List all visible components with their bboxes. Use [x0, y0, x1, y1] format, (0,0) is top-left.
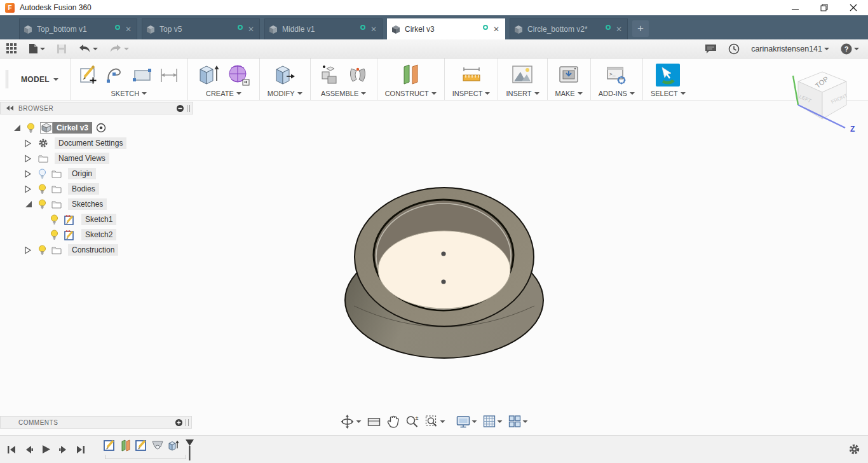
tree-row[interactable]: Construction	[0, 242, 193, 258]
comments-button[interactable]	[705, 44, 717, 53]
tree-label[interactable]: Origin	[68, 168, 96, 179]
doc-tab[interactable]: Top_bottom v1 ✕	[19, 18, 137, 39]
save-button[interactable]	[57, 44, 67, 54]
tree-row[interactable]: Sketch2	[0, 227, 193, 242]
ribbon-group-dropdown[interactable]: CONSTRUCT	[385, 90, 437, 97]
help-menu[interactable]: ?	[841, 43, 859, 55]
activate-radio-icon[interactable]	[96, 123, 106, 133]
redo-button[interactable]	[109, 44, 129, 53]
doc-tab[interactable]: Middle v1 ✕	[264, 18, 383, 39]
ribbon-group-dropdown[interactable]: INSERT	[506, 90, 539, 97]
measure-icon[interactable]	[459, 64, 484, 86]
zoom-button[interactable]: ±	[405, 415, 419, 429]
joint-icon[interactable]	[346, 64, 369, 86]
display-settings-button[interactable]	[456, 415, 477, 428]
tree-label[interactable]: Sketches	[68, 198, 107, 210]
visibility-bulb-on-icon[interactable]	[38, 199, 46, 210]
tree-row[interactable]: Origin	[0, 166, 193, 181]
app-grid-icon[interactable]	[6, 43, 17, 54]
sketch-feature-icon[interactable]	[135, 439, 148, 452]
expanded-arrow-icon[interactable]	[13, 124, 21, 132]
panel-resize-grip[interactable]	[186, 419, 189, 426]
press-pull-icon[interactable]	[273, 63, 297, 87]
expanded-arrow-icon[interactable]	[24, 200, 32, 209]
collapsed-arrow-icon[interactable]	[24, 170, 32, 178]
viewports-button[interactable]	[508, 415, 528, 428]
file-menu-button[interactable]	[29, 43, 45, 54]
tab-close-icon[interactable]: ✕	[247, 25, 255, 33]
ribbon-group-dropdown[interactable]: MODIFY	[268, 90, 302, 97]
close-button[interactable]	[839, 0, 868, 15]
play-icon[interactable]	[41, 444, 51, 455]
sketch-feature-icon[interactable]	[104, 439, 116, 452]
tree-label[interactable]: Construction	[68, 244, 118, 256]
rectangle-icon[interactable]	[132, 64, 153, 86]
collapsed-arrow-icon[interactable]	[24, 246, 32, 254]
restore-button[interactable]	[810, 0, 839, 15]
tab-close-icon[interactable]: ✕	[124, 25, 133, 33]
tab-close-icon[interactable]: ✕	[492, 25, 501, 33]
version-history-button[interactable]	[728, 43, 740, 55]
tree-row[interactable]: Bodies	[0, 181, 193, 197]
3d-print-icon[interactable]	[557, 64, 581, 86]
pan-button[interactable]	[387, 415, 400, 429]
tree-label[interactable]: Sketch2	[81, 229, 116, 240]
doc-tab[interactable]: Top v5 ✕	[142, 18, 260, 39]
scripts-addins-icon[interactable]: >_	[604, 64, 628, 86]
tab-close-icon[interactable]: ✕	[369, 25, 378, 33]
go-to-end-icon[interactable]	[76, 445, 86, 455]
select-icon[interactable]	[656, 64, 680, 86]
step-forward-icon[interactable]	[58, 445, 69, 455]
orbit-button[interactable]	[341, 414, 362, 429]
tree-row[interactable]: Sketch1	[0, 212, 193, 227]
create-sketch-icon[interactable]	[78, 64, 100, 86]
tree-label[interactable]: Sketch1	[81, 214, 116, 225]
new-tab-button[interactable]: +	[632, 20, 649, 37]
visibility-bulb-on-icon[interactable]	[50, 214, 58, 225]
panel-resize-grip[interactable]	[187, 105, 190, 112]
view-cube[interactable]: TOP LEFT FRONT Z	[785, 66, 859, 133]
ribbon-group-dropdown[interactable]: MAKE	[555, 90, 583, 97]
ribbon-group-dropdown[interactable]: INSPECT	[452, 90, 491, 97]
ribbon-group-dropdown[interactable]: ADD-INS	[599, 90, 635, 97]
tree-row-root[interactable]: Cirkel v3	[0, 120, 193, 135]
visibility-bulb-on-icon[interactable]	[50, 230, 58, 240]
go-to-start-icon[interactable]	[6, 445, 17, 455]
sketch-dimension-icon[interactable]	[158, 64, 180, 86]
visibility-bulb-on-icon[interactable]	[38, 245, 46, 256]
tree-row[interactable]: Named Views	[0, 151, 193, 166]
collapsed-arrow-icon[interactable]	[24, 155, 32, 163]
ribbon-group-dropdown[interactable]: CREATE	[206, 90, 241, 97]
tree-row[interactable]: Document Settings	[0, 135, 193, 151]
tree-row[interactable]: Sketches	[0, 197, 193, 212]
construction-plane-icon[interactable]	[399, 63, 422, 87]
new-component-icon[interactable]	[318, 64, 341, 86]
doc-tab[interactable]: Circle_bottom v2* ✕	[510, 18, 628, 39]
visibility-bulb-on-icon[interactable]	[27, 123, 35, 134]
fillet-feature-icon[interactable]	[151, 439, 164, 452]
undo-button[interactable]	[78, 44, 98, 53]
minimize-button[interactable]	[780, 0, 810, 15]
spline-icon[interactable]	[105, 64, 126, 86]
insert-image-icon[interactable]	[510, 64, 534, 86]
ribbon-group-dropdown[interactable]: ASSEMBLE	[321, 90, 366, 97]
add-comment-icon[interactable]	[175, 418, 183, 427]
window-zoom-button[interactable]	[425, 415, 445, 429]
extrude-icon[interactable]	[196, 63, 221, 87]
ribbon-group-dropdown[interactable]: SELECT	[651, 90, 686, 97]
workspace-selector[interactable]: MODEL	[8, 59, 70, 100]
comments-header[interactable]: COMMENTS	[0, 416, 192, 429]
ribbon-group-dropdown[interactable]: SKETCH	[111, 90, 147, 97]
visibility-bulb-off-icon[interactable]	[38, 169, 46, 179]
extrude-feature-icon[interactable]	[167, 439, 180, 452]
doc-tab-active[interactable]: Cirkel v3 ✕	[387, 18, 505, 39]
tab-close-icon[interactable]: ✕	[614, 25, 623, 33]
tree-label-root[interactable]: Cirkel v3	[53, 122, 92, 134]
tree-label[interactable]: Bodies	[68, 183, 99, 195]
user-menu[interactable]: carinakristensen141	[751, 45, 829, 53]
look-at-button[interactable]	[367, 415, 381, 428]
collapse-all-icon[interactable]	[176, 104, 184, 113]
step-back-icon[interactable]	[24, 445, 34, 455]
construction-plane-feature-icon[interactable]	[119, 439, 132, 452]
collapsed-arrow-icon[interactable]	[24, 139, 32, 148]
